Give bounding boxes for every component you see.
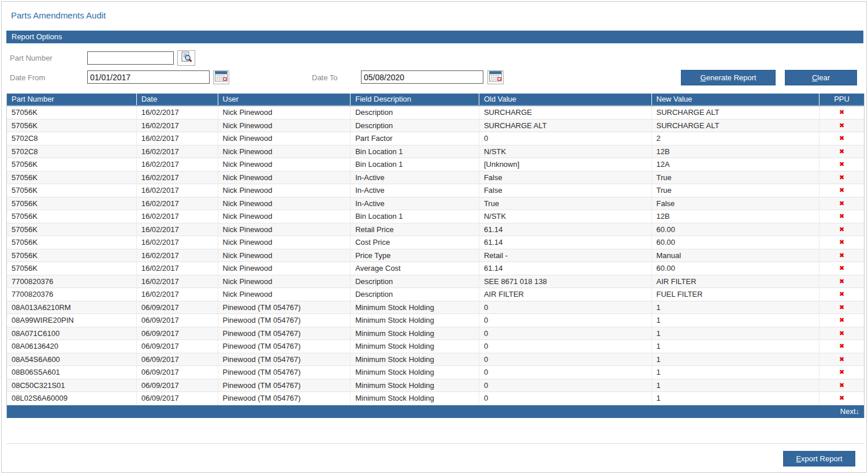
cell-date: 16/02/2017 [137, 145, 218, 158]
column-header-old-value[interactable]: Old Value [479, 94, 652, 105]
table-row[interactable]: 08A071C6100 06/09/2017 Pinewood (TM 0547… [7, 327, 864, 341]
cell-new-value: True [652, 171, 820, 184]
cell-field-description: Minimum Stock Holding [351, 379, 479, 392]
cell-part-number: 57056K [7, 171, 137, 184]
ppu-cross-icon: ✖ [819, 262, 864, 275]
cell-field-description: In-Active [351, 171, 479, 184]
cell-old-value: 61.14 [479, 223, 652, 236]
table-row[interactable]: 57056K 16/02/2017 Nick Pinewood Price Ty… [7, 249, 864, 263]
cell-date: 16/02/2017 [137, 210, 218, 223]
table-row[interactable]: 57056K 16/02/2017 Nick Pinewood Average … [7, 262, 864, 275]
date-to-input[interactable] [361, 70, 483, 84]
ppu-cross-icon: ✖ [819, 301, 864, 314]
part-number-input[interactable] [87, 51, 174, 65]
cell-date: 16/02/2017 [137, 236, 218, 249]
table-row[interactable]: 57056K 16/02/2017 Nick Pinewood Retail P… [7, 223, 864, 237]
cell-part-number: 08A99WIRE20PIN [7, 314, 137, 327]
cell-old-value: True [479, 197, 652, 210]
cell-date: 06/09/2017 [137, 379, 218, 392]
date-to-calendar-button[interactable] [487, 70, 504, 84]
table-row[interactable]: 7700820376 16/02/2017 Nick Pinewood Desc… [7, 275, 864, 289]
table-row[interactable]: 5702C8 16/02/2017 Nick Pinewood Bin Loca… [7, 145, 864, 159]
column-header-new-value[interactable]: New Value [652, 94, 820, 105]
part-number-lookup-button[interactable] [177, 50, 195, 66]
cell-new-value: 1 [652, 327, 820, 340]
table-row[interactable]: 08L02S6A60009 06/09/2017 Pinewood (TM 05… [7, 392, 864, 405]
cell-old-value: 0 [479, 301, 652, 314]
table-row[interactable]: 57056K 16/02/2017 Nick Pinewood Cost Pri… [7, 236, 864, 249]
cell-field-description: Cost Price [351, 236, 479, 249]
cell-date: 16/02/2017 [137, 171, 218, 184]
cell-new-value: 2 [652, 132, 820, 145]
ppu-cross-icon: ✖ [819, 106, 864, 119]
cell-field-description: In-Active [351, 197, 479, 210]
ppu-cross-icon: ✖ [819, 132, 864, 145]
ppu-cross-icon: ✖ [819, 197, 864, 210]
cell-field-description: Description [351, 120, 479, 132]
cell-part-number: 5702C8 [7, 145, 137, 158]
cell-part-number: 57056K [7, 197, 137, 210]
cell-date: 06/09/2017 [137, 340, 218, 353]
cell-part-number: 57056K [7, 236, 137, 249]
cell-user: Pinewood (TM 054767) [218, 327, 351, 340]
table-row[interactable]: 57056K 16/02/2017 Nick Pinewood Bin Loca… [7, 158, 864, 171]
page-title: Parts Amendments Audit [11, 10, 106, 20]
export-report-button[interactable]: Export Report [783, 451, 855, 466]
cell-field-description: In-Active [351, 184, 479, 197]
date-from-calendar-button[interactable] [213, 70, 229, 84]
cell-field-description: Price Type [351, 249, 479, 262]
cell-field-description: Bin Location 1 [351, 210, 479, 223]
footer-divider [6, 443, 865, 444]
ppu-cross-icon: ✖ [819, 145, 864, 158]
ppu-cross-icon: ✖ [819, 223, 864, 236]
table-row[interactable]: 08A013A6210RM 06/09/2017 Pinewood (TM 05… [7, 301, 864, 315]
table-row[interactable]: 57056K 16/02/2017 Nick Pinewood Descript… [7, 106, 864, 120]
column-header-date[interactable]: Date [137, 94, 218, 105]
table-row[interactable]: 7700820376 16/02/2017 Nick Pinewood Desc… [7, 288, 864, 301]
table-row[interactable]: 57056K 16/02/2017 Nick Pinewood Bin Loca… [7, 210, 864, 223]
cell-date: 16/02/2017 [137, 223, 218, 236]
table-row[interactable]: 57056K 16/02/2017 Nick Pinewood Descript… [7, 120, 864, 133]
column-header-ppu[interactable]: PPU [819, 94, 864, 105]
table-row[interactable]: 08A99WIRE20PIN 06/09/2017 Pinewood (TM 0… [7, 314, 864, 327]
cell-part-number: 7700820376 [7, 275, 137, 288]
cell-user: Nick Pinewood [218, 210, 351, 223]
ppu-cross-icon: ✖ [819, 158, 864, 171]
table-row[interactable]: 57056K 16/02/2017 Nick Pinewood In-Activ… [7, 184, 864, 197]
cell-part-number: 57056K [7, 223, 137, 236]
cell-field-description: Minimum Stock Holding [351, 314, 479, 327]
generate-report-button[interactable]: Generate Report [681, 70, 776, 85]
cell-date: 16/02/2017 [137, 197, 218, 210]
table-row[interactable]: 57056K 16/02/2017 Nick Pinewood In-Activ… [7, 171, 864, 185]
table-row[interactable]: 5702C8 16/02/2017 Nick Pinewood Part Fac… [7, 132, 864, 145]
cell-date: 16/02/2017 [137, 275, 218, 288]
part-number-label: Part Number [10, 54, 53, 62]
cell-new-value: 12A [652, 158, 820, 171]
cell-date: 16/02/2017 [137, 262, 218, 275]
cell-old-value: Retail - [479, 249, 652, 262]
next-page-button[interactable]: Next↓ [840, 407, 859, 416]
cell-part-number: 57056K [7, 184, 137, 197]
table-row[interactable]: 08A54S6A600 06/09/2017 Pinewood (TM 0547… [7, 353, 864, 367]
report-options-header: Report Options [6, 31, 863, 43]
cell-new-value: 1 [652, 392, 820, 405]
column-header-part-number[interactable]: Part Number [7, 94, 137, 105]
ppu-cross-icon: ✖ [819, 249, 864, 262]
table-row[interactable]: 08C50C321S01 06/09/2017 Pinewood (TM 054… [7, 379, 864, 393]
cell-date: 16/02/2017 [137, 132, 218, 145]
date-from-input[interactable] [87, 70, 210, 84]
cell-date: 06/09/2017 [137, 392, 218, 405]
column-header-user[interactable]: User [218, 94, 351, 105]
table-row[interactable]: 08B06S5A601 06/09/2017 Pinewood (TM 0547… [7, 366, 864, 379]
cell-old-value: 61.14 [479, 262, 652, 275]
cell-old-value: 0 [479, 314, 652, 327]
column-header-field-description[interactable]: Field Description [351, 94, 479, 105]
cell-date: 16/02/2017 [137, 184, 218, 197]
cell-part-number: 08A54S6A600 [7, 353, 137, 366]
cell-date: 16/02/2017 [137, 158, 218, 171]
table-row[interactable]: 57056K 16/02/2017 Nick Pinewood In-Activ… [7, 197, 864, 211]
table-row[interactable]: 08A06136420 06/09/2017 Pinewood (TM 0547… [7, 340, 864, 353]
ppu-cross-icon: ✖ [819, 379, 864, 392]
clear-button[interactable]: Clear [785, 70, 857, 85]
cell-new-value: 1 [652, 379, 820, 392]
